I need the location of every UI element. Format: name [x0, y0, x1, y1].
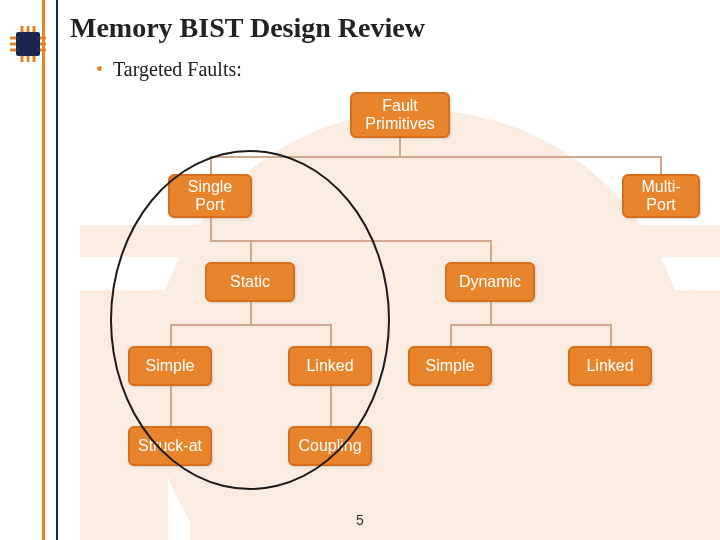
bullet-dot-icon: • [96, 58, 103, 80]
slide: Memory BIST Design Review •Targeted Faul… [0, 0, 720, 540]
fault-tree-diagram: Fault Primitives Single Port Multi- Port… [50, 80, 710, 510]
node-simple-right: Simple [408, 346, 492, 386]
chip-icon [6, 22, 50, 70]
svg-rect-0 [16, 32, 40, 56]
node-fault-primitives: Fault Primitives [350, 92, 450, 138]
node-linked-right: Linked [568, 346, 652, 386]
page-title: Memory BIST Design Review [70, 12, 425, 44]
focus-ellipse [110, 150, 390, 490]
bullet-label: Targeted Faults: [113, 58, 242, 80]
page-number: 5 [0, 512, 720, 528]
node-dynamic: Dynamic [445, 262, 535, 302]
bullet-targeted-faults: •Targeted Faults: [96, 58, 242, 81]
node-multi-port: Multi- Port [622, 174, 700, 218]
